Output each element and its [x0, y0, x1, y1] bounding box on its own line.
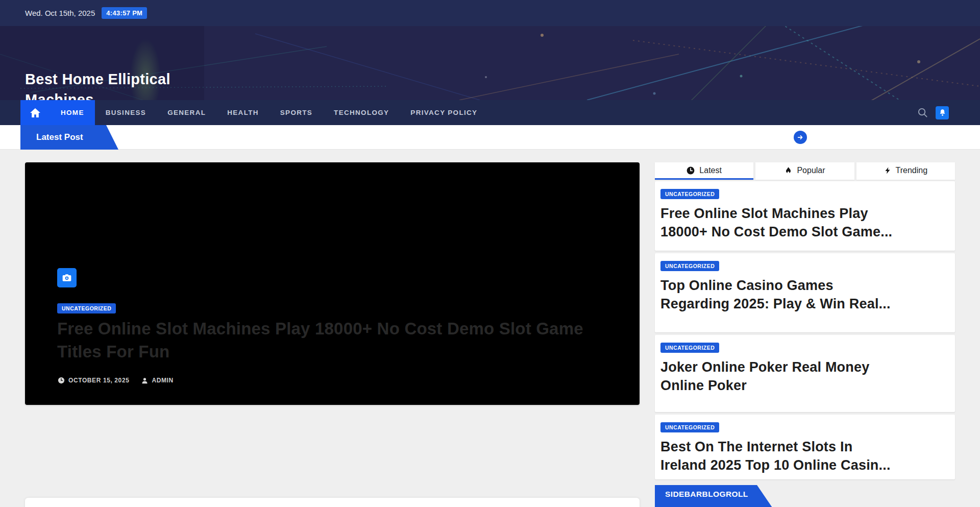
category-badge[interactable]: UNCATEGORIZED: [660, 261, 719, 271]
site-title-line1: Best Home Elliptical: [25, 69, 170, 89]
featured-category-badge[interactable]: UNCATEGORIZED: [57, 303, 116, 313]
bell-icon: [939, 109, 946, 116]
current-date: Wed. Oct 15th, 2025: [25, 9, 95, 17]
nav-item-technology[interactable]: TECHNOLOGY: [323, 100, 400, 125]
nav-item-health[interactable]: HEALTH: [216, 100, 270, 125]
site-header: Best Home Elliptical Machines: [0, 26, 980, 100]
featured-post-author[interactable]: ADMIN: [141, 377, 173, 384]
search-button[interactable]: [917, 107, 928, 118]
featured-post[interactable]: UNCATEGORIZED Free Online Slot Machines …: [25, 162, 640, 405]
nav-item-home[interactable]: HOME: [50, 100, 95, 125]
featured-post-meta: OCTOBER 15, 2025 ADMIN: [58, 377, 174, 384]
nav-item-general[interactable]: GENERAL: [157, 100, 216, 125]
clock-icon: [687, 166, 695, 175]
bolt-icon: [884, 166, 891, 175]
main-column: UNCATEGORIZED Free Online Slot Machines …: [25, 162, 640, 507]
search-icon: [917, 107, 928, 118]
sidebar-post-3[interactable]: UNCATEGORIZED Joker Online Poker Real Mo…: [655, 335, 955, 412]
sidebar-post-1[interactable]: UNCATEGORIZED Free Online Slot Machines …: [655, 181, 955, 251]
nav-item-sports[interactable]: SPORTS: [270, 100, 323, 125]
home-icon: [30, 108, 41, 118]
category-badge[interactable]: UNCATEGORIZED: [660, 422, 719, 432]
notifications-button[interactable]: [936, 106, 949, 119]
sidebar: Latest Popular Trending UNCATEGORIZED Fr…: [655, 162, 955, 507]
content-area: UNCATEGORIZED Free Online Slot Machines …: [0, 150, 980, 507]
flame-icon: [785, 166, 792, 175]
topbar: Wed. Oct 15th, 2025 4:43:57 PM: [0, 0, 980, 26]
featured-title-line2: Titles For Fun: [57, 340, 583, 363]
nav-item-business[interactable]: BUSINESS: [95, 100, 157, 125]
sidebar-blogroll-ribbon: SIDEBARBLOGROLL: [655, 485, 772, 507]
featured-post-title[interactable]: Free Online Slot Machines Play 18000+ No…: [57, 317, 583, 363]
sidebar-post-title[interactable]: Top Online Casino Games Regarding 2025: …: [660, 276, 949, 313]
category-badge[interactable]: UNCATEGORIZED: [660, 189, 719, 199]
tab-trending[interactable]: Trending: [856, 162, 955, 180]
current-time-badge: 4:43:57 PM: [102, 7, 147, 19]
sidebar-post-title[interactable]: Joker Online Poker Real Money Online Pok…: [660, 358, 949, 395]
tab-popular[interactable]: Popular: [755, 162, 854, 180]
user-icon: [141, 377, 148, 384]
sidebar-post-title[interactable]: Best On The Internet Slots In Ireland 20…: [660, 438, 949, 474]
camera-placeholder-badge: [57, 268, 77, 287]
latest-post-ticker: Latest Post: [0, 125, 980, 150]
latest-post-ribbon: Latest Post: [20, 125, 118, 150]
site-title[interactable]: Best Home Elliptical Machines: [25, 69, 170, 100]
main-nav: HOME BUSINESS GENERAL HEALTH SPORTS TECH…: [0, 100, 980, 125]
arrow-right-icon: [797, 134, 804, 141]
featured-post-date[interactable]: OCTOBER 15, 2025: [58, 377, 129, 384]
nav-item-privacy-policy[interactable]: PRIVACY POLICY: [400, 100, 488, 125]
sidebar-tabs: Latest Popular Trending: [655, 162, 955, 180]
tab-latest[interactable]: Latest: [655, 162, 753, 180]
nav-home-icon-item[interactable]: [20, 100, 50, 125]
camera-icon: [62, 273, 72, 283]
sidebar-post-2[interactable]: UNCATEGORIZED Top Online Casino Games Re…: [655, 253, 955, 332]
site-title-line2: Machines: [25, 89, 170, 100]
sidebar-post-title[interactable]: Free Online Slot Machines Play 18000+ No…: [660, 204, 949, 241]
sidebar-post-4[interactable]: UNCATEGORIZED Best On The Internet Slots…: [655, 415, 955, 479]
category-badge[interactable]: UNCATEGORIZED: [660, 343, 719, 353]
clock-icon: [58, 377, 65, 384]
main-content-card: [25, 498, 640, 507]
featured-title-line1: Free Online Slot Machines Play 18000+ No…: [57, 317, 583, 340]
ticker-next-button[interactable]: [794, 131, 807, 144]
